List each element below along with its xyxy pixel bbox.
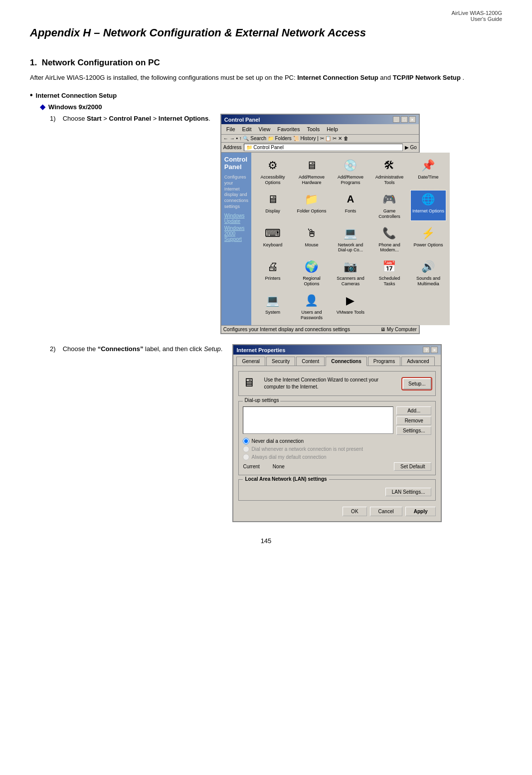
lan-group-label: Local Area Network (LAN) settings <box>243 476 329 482</box>
lan-settings-button[interactable]: LAN Settings... <box>385 488 432 496</box>
icon-add-hardware[interactable]: 🖥 Add/Remove Hardware <box>294 157 329 187</box>
icon-label: Administrative Tools <box>373 175 406 186</box>
control-panel-screenshot: Control Panel _ □ × File Edit View Favor… <box>220 114 420 334</box>
tab-content[interactable]: Content <box>296 357 325 366</box>
icon-printers[interactable]: 🖨 Printers <box>255 258 290 288</box>
menu-tools[interactable]: Tools <box>304 125 323 133</box>
icon-label: Users and Passwords <box>295 310 328 321</box>
tab-programs[interactable]: Programs <box>368 357 400 366</box>
win-maximize-btn[interactable]: □ <box>401 116 408 123</box>
set-default-button[interactable]: Set Default <box>394 462 431 471</box>
icon-admin-tools[interactable]: 🛠 Administrative Tools <box>372 157 407 187</box>
win-titlebar: Control Panel _ □ × <box>221 115 419 124</box>
icon-display[interactable]: 🖥 Display <box>255 191 290 220</box>
icon-label: System <box>265 310 280 315</box>
statusbar-right: 🖥 My Computer <box>380 327 417 332</box>
address-value[interactable]: 📁 Control Panel <box>244 144 403 151</box>
tab-security[interactable]: Security <box>266 357 295 366</box>
scheduled-tasks-icon: 📅 <box>381 259 397 275</box>
icon-fonts[interactable]: A Fonts <box>333 191 368 220</box>
icon-scheduled-tasks[interactable]: 📅 Scheduled Tasks <box>372 258 407 288</box>
icon-vmware[interactable]: ▶ VMware Tools <box>333 292 368 322</box>
win-sidebar: Control Panel Configures your Internet d… <box>221 153 251 325</box>
step1-bold2: Control Panel <box>109 115 152 122</box>
radio-always-dial-input <box>243 454 249 460</box>
icon-label: Sounds and Multimedia <box>412 276 445 287</box>
vmware-icon: ▶ <box>343 293 358 309</box>
icon-label: Scheduled Tasks <box>373 276 406 287</box>
win-sidebar-link-1[interactable]: Windows Update <box>224 213 248 224</box>
step1-section: 1) Choose Start > Control Panel > Intern… <box>50 114 502 334</box>
inet-titlebar: Internet Properties ? × <box>233 345 441 355</box>
cancel-button[interactable]: Cancel <box>370 507 402 516</box>
radio-never-dial[interactable]: Never dial a connection <box>243 438 431 444</box>
section1-number: 1. <box>30 58 37 67</box>
apply-button[interactable]: Apply <box>405 507 436 516</box>
add-button[interactable]: Add... <box>396 406 431 415</box>
menu-view[interactable]: View <box>256 125 274 133</box>
icon-label: Internet Options <box>412 208 444 214</box>
icon-datetime[interactable]: 📌 Date/Time <box>411 157 446 187</box>
settings-button[interactable]: Settings... <box>396 426 431 435</box>
add-programs-icon: 💿 <box>343 158 358 174</box>
icon-label: Date/Time <box>418 175 438 180</box>
icon-internet-options[interactable]: 🌐 Internet Options <box>411 191 446 220</box>
step2-mid: label, and then click <box>143 345 203 353</box>
internet-options-icon: 🌐 <box>420 192 436 207</box>
icon-network[interactable]: 💻 Network and Dial-up Co... <box>333 224 368 254</box>
icon-mouse[interactable]: 🖱 Mouse <box>294 224 329 254</box>
icon-add-programs[interactable]: 💿 Add/Remove Programs <box>333 157 368 187</box>
menu-edit[interactable]: Edit <box>239 125 255 133</box>
current-label: Current <box>243 464 259 469</box>
icon-label: Accessibility Options <box>256 175 289 186</box>
tab-general[interactable]: General <box>236 357 265 366</box>
remove-button[interactable]: Remove <box>396 416 431 425</box>
icon-scanners[interactable]: 📷 Scanners and Cameras <box>333 258 368 288</box>
intro-period: . <box>463 74 465 81</box>
bullet-main: • Internet Connection Setup <box>30 91 502 100</box>
icon-phone-modem[interactable]: 📞 Phone and Modem... <box>372 224 407 254</box>
power-icon: ⚡ <box>420 225 436 241</box>
icon-users[interactable]: 👤 Users and Passwords <box>294 292 329 322</box>
icon-game-controllers[interactable]: 🎮 Game Controllers <box>372 191 407 220</box>
win-sidebar-link-2[interactable]: Windows 2000 Support <box>224 225 248 242</box>
icon-label: Add/Remove Hardware <box>295 175 328 186</box>
menu-favorites[interactable]: Favorites <box>274 125 303 133</box>
inet-close-btn[interactable]: × <box>431 347 438 353</box>
step1-gt1: > <box>102 115 109 122</box>
dialup-list[interactable] <box>243 406 393 434</box>
radio-dial-when-needed[interactable]: Dial whenever a network connection is no… <box>243 446 431 452</box>
step1-bold3: Internet Options <box>159 115 208 122</box>
icon-accessibility[interactable]: ⚙ Accessibility Options <box>255 157 290 187</box>
icon-label: Folder Options <box>297 208 326 214</box>
icon-sounds[interactable]: 🔊 Sounds and Multimedia <box>411 258 446 288</box>
fonts-icon: A <box>343 192 358 207</box>
inet-question-btn[interactable]: ? <box>423 347 430 353</box>
win-minimize-btn[interactable]: _ <box>393 116 400 123</box>
network-icon: 💻 <box>343 225 358 241</box>
win-close-btn[interactable]: × <box>409 116 416 123</box>
icon-label: Add/Remove Programs <box>334 175 367 186</box>
icon-regional[interactable]: 🌍 Regional Options <box>294 258 329 288</box>
icon-label: Network and Dial-up Co... <box>334 242 367 253</box>
tab-advanced[interactable]: Advanced <box>401 357 434 366</box>
menu-file[interactable]: File <box>223 125 238 133</box>
dialup-side-buttons: Add... Remove Settings... <box>396 406 431 435</box>
intro-bold2: TCP/IP Network Setup <box>393 74 461 81</box>
menu-help[interactable]: Help <box>324 125 341 133</box>
icon-power[interactable]: ⚡ Power Options <box>411 224 446 254</box>
radio-always-dial[interactable]: Always dial my default connection <box>243 454 431 460</box>
icon-keyboard[interactable]: ⌨ Keyboard <box>255 224 290 254</box>
sounds-icon: 🔊 <box>420 259 436 275</box>
icon-folder-options[interactable]: 📁 Folder Options <box>294 191 329 220</box>
page-number: 145 <box>30 537 502 545</box>
tab-connections[interactable]: Connections <box>326 357 367 366</box>
inet-setup-button[interactable]: Setup... <box>402 378 431 389</box>
go-btn[interactable]: ▶ Go <box>405 145 417 150</box>
icon-system[interactable]: 💻 System <box>255 292 290 322</box>
win-sidebar-title: Control Panel <box>224 156 248 171</box>
inet-radio-group: Never dial a connection Dial whenever a … <box>243 438 431 460</box>
ok-button[interactable]: OK <box>343 507 366 516</box>
radio-never-dial-input[interactable] <box>243 438 249 444</box>
lan-settings-row: LAN Settings... <box>243 488 431 496</box>
